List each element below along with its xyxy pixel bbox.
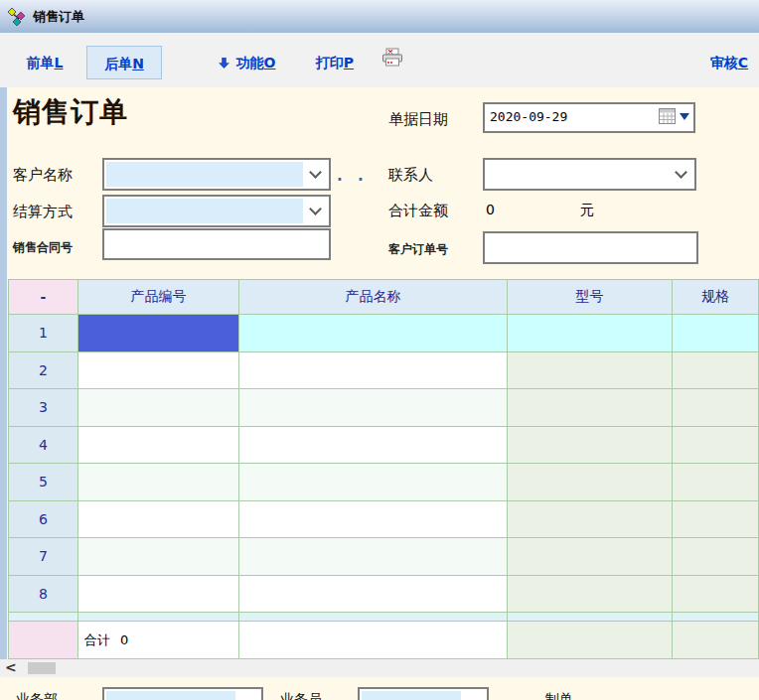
down-arrow-icon [218,57,230,70]
customer-name-combobox[interactable] [102,158,331,191]
grid-cell[interactable] [239,501,508,539]
grid-cell[interactable] [239,538,508,576]
grid-cell[interactable] [673,315,759,352]
scrollbar-thumb[interactable] [28,662,56,674]
toolbar: 前单L 后单N 功能O 打印P 审核C [0,33,759,87]
left-margin-strip [0,87,7,659]
table-row: 7 [9,538,759,576]
row-number-cell[interactable]: 8 [9,576,78,614]
selected-cell[interactable] [78,315,239,352]
chevron-down-icon[interactable] [309,166,322,179]
grid-header-product-name: 产品名称 [239,280,508,315]
grid-cell[interactable] [508,464,673,501]
grid-cell[interactable] [239,427,508,465]
grid-cell[interactable] [508,389,673,427]
table-row: 3 [9,389,759,427]
grid-cell[interactable] [239,464,508,501]
date-dropdown-arrow[interactable] [680,113,689,120]
row-number-cell[interactable]: 7 [9,538,78,576]
total-amount-unit: 元 [580,202,594,219]
functions-button[interactable]: 功能O [202,46,291,79]
grid-cell[interactable] [239,576,508,614]
grid-cell[interactable] [239,315,508,352]
total-amount-label: 合计金额 [388,202,448,220]
grid-corner-header: - [9,280,78,315]
total-row: 合计0 [9,622,759,659]
row-number-cell[interactable]: 6 [9,501,78,539]
grid-cell[interactable] [508,538,673,576]
total-amount-value: 0 [486,202,495,217]
contract-no-label: 销售合同号 [13,239,73,256]
row-number-cell[interactable]: 1 [9,315,78,352]
grid-cell[interactable] [673,389,759,427]
grid-cell[interactable] [508,315,673,352]
grid-cell[interactable] [78,576,239,614]
grid-cell[interactable] [508,352,673,390]
grid-cell[interactable] [508,427,673,465]
settlement-combobox[interactable] [102,195,331,227]
product-grid: - 产品编号 产品名称 型号 规格 1 2 3 4 [8,279,759,659]
row-number-cell[interactable]: 4 [9,427,78,465]
contact-label: 联系人 [388,166,433,185]
table-row: 4 [9,427,759,465]
grid-cell[interactable] [508,576,673,614]
calendar-icon[interactable] [659,108,676,124]
app-icon [7,7,27,27]
grid-header-model: 型号 [508,280,673,315]
contract-no-input[interactable] [102,228,331,260]
customer-order-no-input[interactable] [483,231,698,264]
grid-cell[interactable] [239,389,508,427]
row-number-cell[interactable]: 3 [9,389,78,427]
print-button[interactable]: 打印P [308,46,362,79]
audit-button[interactable]: 审核C [702,46,756,79]
grid-cell[interactable] [508,501,673,539]
empty-spacer-row [9,613,759,622]
doc-date-label: 单据日期 [388,110,448,129]
grid-header-row: - 产品编号 产品名称 型号 规格 [9,280,759,315]
chevron-down-icon[interactable] [675,166,687,179]
grid-cell[interactable] [673,464,759,501]
grid-cell[interactable] [78,538,239,576]
chevron-down-icon[interactable] [309,203,322,215]
grid-cell[interactable] [239,352,508,390]
grid-cell[interactable] [78,389,239,427]
row-number-cell[interactable]: 5 [9,464,78,501]
browse-dots-button[interactable]: . . [337,167,369,185]
grid-cell[interactable] [78,427,239,465]
prev-order-button[interactable]: 前单L [18,46,72,79]
grid-cell[interactable] [78,501,239,539]
salesman-combobox[interactable] [358,687,489,700]
total-label: 合计 [84,632,110,647]
grid-cell[interactable] [673,576,759,614]
printer-icon [381,48,403,68]
table-row: 2 [9,352,759,390]
grid-cell[interactable] [673,538,759,576]
sales-order-window: { "window": { "title": "销售订单" }, "toolba… [0,0,759,700]
customer-order-no-label: 客户订单号 [388,241,448,258]
horizontal-scrollbar[interactable]: < [0,659,759,677]
grid-cell[interactable] [78,464,239,501]
scroll-left-arrow[interactable]: < [5,659,17,675]
grid-cell[interactable] [78,352,239,390]
page-title: 销售订单 [13,93,128,131]
grid-cell[interactable] [673,501,759,539]
next-order-button[interactable]: 后单N [86,46,162,79]
total-label-cell: 合计0 [78,622,239,659]
salesman-label: 业务员 [280,691,322,700]
doc-date-value: 2020-09-29 [490,109,567,124]
doc-date-input[interactable]: 2020-09-29 [483,102,695,133]
row-number-cell[interactable]: 2 [9,352,78,390]
dept-combobox[interactable] [102,687,263,700]
grid-cell[interactable] [673,352,759,390]
grid-cell[interactable] [673,427,759,465]
table-row: 5 [9,464,759,501]
grid-header-spec: 规格 [673,280,759,315]
grid-body: 1 2 3 4 5 [9,315,759,659]
contact-combobox[interactable] [483,158,696,191]
print-preview-button[interactable] [380,46,405,79]
window-titlebar: 销售订单 [0,0,759,33]
maker-label: 制单 [545,691,573,700]
grid-header-product-code: 产品编号 [78,280,239,315]
dept-label: 业务部 [16,691,58,700]
total-value: 0 [120,632,128,647]
